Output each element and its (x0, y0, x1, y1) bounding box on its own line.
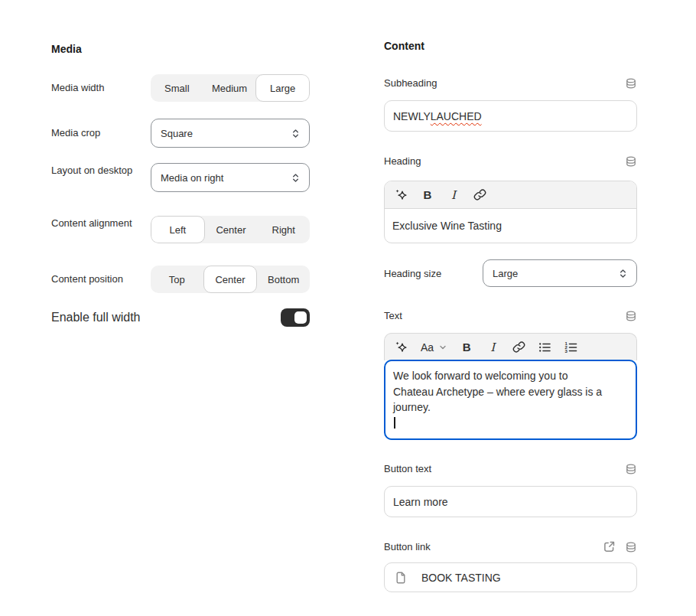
dynamic-source-icon[interactable] (625, 155, 637, 168)
dynamic-source-icon[interactable] (625, 463, 637, 475)
unfold-chevron-icon (290, 172, 301, 184)
bold-icon[interactable]: B (460, 338, 473, 357)
subheading-input[interactable]: NEWLY LAUCHED (384, 100, 637, 132)
layout-on-desktop-select[interactable]: Media on right (151, 163, 310, 192)
toggle-knob (294, 311, 307, 324)
media-crop-row: Media crop Square (51, 119, 310, 148)
button-link-input[interactable]: BOOK TASTING (384, 562, 637, 592)
text-cursor (394, 417, 395, 429)
heading-richtext-editor: B I Exclusive Wine Tasting (384, 181, 637, 243)
subheading-label: Subheading (384, 77, 437, 89)
text-style-dropdown[interactable]: Aa (421, 338, 447, 357)
heading-group: Heading (384, 155, 637, 243)
content-alignment-option-center[interactable]: Center (205, 216, 258, 243)
text-line: journey. (393, 399, 628, 416)
heading-value: Exclusive Wine Tasting (392, 220, 502, 232)
content-alignment-segmented-control: Left Center Right (151, 216, 310, 243)
content-alignment-option-right[interactable]: Right (257, 216, 310, 243)
unfold-chevron-icon (290, 128, 301, 139)
enable-full-width-toggle[interactable] (281, 308, 310, 327)
content-position-label: Content position (51, 272, 151, 287)
heading-size-label: Heading size (384, 268, 441, 279)
button-link-value: BOOK TASTING (421, 572, 501, 584)
bullet-list-icon[interactable] (538, 338, 551, 357)
button-text-input[interactable]: Learn more (384, 486, 637, 517)
text-input[interactable]: We look forward to welcoming you to Chat… (384, 360, 637, 440)
magic-sparkle-icon[interactable] (395, 186, 408, 204)
text-style-label: Aa (421, 341, 434, 354)
heading-size-row: Heading size Large (384, 259, 637, 287)
dynamic-source-icon[interactable] (625, 310, 637, 322)
link-icon[interactable] (473, 186, 486, 204)
layout-on-desktop-label: Layout on desktop (51, 163, 151, 178)
content-alignment-option-left[interactable]: Left (151, 216, 205, 243)
page-icon (394, 571, 408, 585)
button-link-label: Button link (384, 541, 431, 552)
media-section-title: Media (51, 43, 310, 56)
text-label: Text (384, 310, 402, 321)
italic-icon[interactable]: I (486, 338, 499, 357)
content-position-option-center[interactable]: Center (203, 266, 258, 293)
external-link-icon[interactable] (603, 540, 616, 553)
button-text-label: Button text (384, 463, 431, 474)
dynamic-source-icon[interactable] (625, 541, 637, 553)
text-toolbar: Aa B I (384, 333, 637, 360)
layout-on-desktop-row: Layout on desktop Media on right (51, 163, 310, 192)
content-position-option-bottom[interactable]: Bottom (257, 266, 310, 293)
media-width-row: Media width Small Medium Large (51, 74, 310, 102)
unfold-chevron-icon (617, 268, 629, 279)
content-position-row: Content position Top Center Bottom (51, 266, 310, 293)
subheading-value-before: NEWLY (393, 110, 431, 122)
media-width-option-large[interactable]: Large (255, 74, 310, 102)
text-richtext-editor: Aa B I (384, 333, 637, 440)
svg-text:3: 3 (565, 349, 568, 354)
text-line: Chateau Archetype – where every glass is… (393, 384, 628, 400)
text-line: We look forward to welcoming you to (393, 368, 628, 384)
heading-toolbar: B I (385, 181, 636, 209)
link-icon[interactable] (512, 338, 525, 357)
text-group: Text (384, 309, 637, 440)
chevron-down-icon (438, 343, 447, 352)
media-crop-select[interactable]: Square (151, 119, 310, 148)
enable-full-width-row: Enable full width (51, 308, 310, 327)
content-position-segmented-control: Top Center Bottom (151, 266, 310, 293)
italic-icon[interactable]: I (447, 186, 460, 204)
media-width-option-medium[interactable]: Medium (203, 74, 256, 102)
bold-icon[interactable]: B (421, 186, 434, 204)
heading-input[interactable]: Exclusive Wine Tasting (385, 209, 636, 243)
content-section-title: Content (384, 40, 637, 53)
button-text-group: Button text Learn more (384, 462, 637, 517)
content-position-option-top[interactable]: Top (151, 266, 203, 293)
magic-sparkle-icon[interactable] (395, 338, 408, 357)
media-section: Media Media width Small Medium Large Med… (51, 43, 310, 327)
media-width-label: Media width (51, 80, 151, 96)
dynamic-source-icon[interactable] (625, 77, 637, 90)
settings-panel: Media Media width Small Medium Large Med… (0, 0, 696, 616)
subheading-group: Subheading NEWLY LAUCHED (384, 77, 637, 132)
button-text-value: Learn more (393, 496, 448, 508)
content-section: Content Subheading NEWLY LAUCHED (384, 40, 637, 592)
layout-on-desktop-value: Media on right (161, 172, 223, 184)
button-link-group: Button link (384, 540, 637, 592)
heading-label: Heading (384, 155, 421, 167)
enable-full-width-label: Enable full width (51, 311, 141, 324)
content-alignment-row: Content alignment Left Center Right (51, 216, 310, 243)
media-width-segmented-control: Small Medium Large (151, 74, 310, 102)
media-crop-value: Square (161, 128, 193, 139)
subheading-misspelled-word: LAUCHED (431, 110, 482, 122)
media-crop-label: Media crop (51, 125, 151, 141)
heading-size-select[interactable]: Large (483, 259, 637, 287)
heading-size-value: Large (493, 268, 518, 279)
content-alignment-label: Content alignment (51, 216, 151, 231)
media-width-option-small[interactable]: Small (151, 74, 203, 102)
numbered-list-icon[interactable]: 1 2 3 (564, 338, 577, 357)
